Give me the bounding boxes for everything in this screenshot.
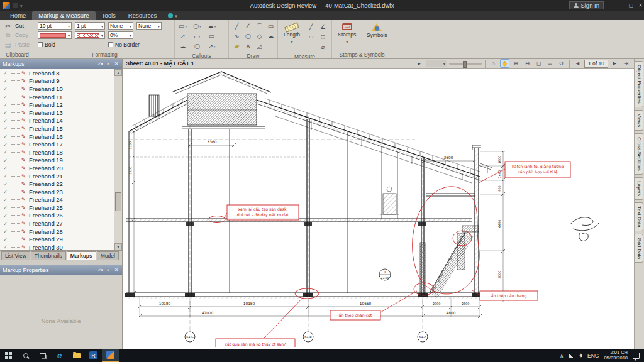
search-button[interactable] [17,349,34,362]
length-button[interactable]: Length [280,21,303,45]
maximize-button[interactable] [629,3,634,8]
highlighter-button[interactable] [231,41,242,51]
minimize-button[interactable] [619,3,624,8]
orbit-icon[interactable] [557,59,566,68]
markup-filter-icon[interactable] [97,60,103,67]
fit-view-icon[interactable] [534,59,543,68]
markup-annotation-catqua[interactable]: cắt qua sàn mà ko thấy ct sản? [216,339,295,347]
list-item[interactable]: Freehand 10 [0,85,114,93]
check-icon[interactable] [3,228,10,234]
zoom-out-icon[interactable] [523,59,532,68]
home-view-icon[interactable] [489,59,498,68]
check-icon[interactable] [3,78,10,84]
tab-cross-sections[interactable]: Cross Sections [635,133,643,175]
markup-annotation-chancot[interactable]: ẩn thép chân cột [330,310,380,320]
list-item[interactable]: Freehand 26 [0,212,114,220]
list-item[interactable]: Freehand 29 [0,235,114,243]
markup-annotation-cauthang[interactable]: ẩn thép cầu thang [480,291,538,300]
list-item[interactable]: Freehand 12 [0,101,114,109]
check-icon[interactable] [3,109,10,116]
ribbon-collapse-caret-icon[interactable] [175,12,177,19]
list-item[interactable]: Freehand 22 [0,180,114,188]
draw-polygon-button[interactable] [254,31,265,41]
draw-line-button[interactable] [231,21,242,31]
check-icon[interactable] [3,118,10,124]
check-icon[interactable] [3,165,10,171]
rect-callout-button[interactable] [177,21,188,31]
check-icon[interactable] [3,157,10,163]
scroll-down-icon[interactable] [114,243,122,250]
check-icon[interactable] [3,125,10,131]
tab-views[interactable]: Views [635,110,643,131]
cloud-callout-button[interactable] [206,21,217,31]
design-review-taskbar-button[interactable] [102,349,119,362]
tray-expand-icon[interactable] [560,353,564,359]
check-icon[interactable] [3,204,10,211]
clock[interactable]: 2:01 CH 05/03/2018 [604,350,628,361]
check-icon[interactable] [3,244,10,250]
quick-access-button[interactable] [13,3,18,8]
task-view-button[interactable] [34,349,51,362]
start-button[interactable] [0,349,17,362]
opacity-select[interactable]: 0% [108,31,133,39]
list-item[interactable]: Freehand 27 [0,219,114,228]
tab-tools[interactable]: Tools [96,11,122,20]
list-item[interactable]: Freehand 21 [0,172,114,180]
check-icon[interactable] [3,189,10,195]
list-item[interactable]: Freehand 28 [0,228,114,236]
close-icon[interactable] [113,266,119,273]
check-icon[interactable] [3,197,10,203]
check-icon[interactable] [3,70,10,76]
markup-list-scrollbar[interactable] [114,69,122,250]
measure-area-button[interactable] [306,32,316,41]
leader-callout-button[interactable] [206,41,217,51]
cut-button[interactable]: Cut [3,21,32,30]
pin-icon[interactable] [105,60,111,67]
fill-select[interactable]: None [108,22,133,30]
box-callout-button[interactable] [206,31,217,41]
check-icon[interactable] [3,236,10,243]
view-select[interactable] [426,60,447,67]
list-item[interactable]: Freehand 30 [0,243,114,250]
tab-layers[interactable]: Layers [635,177,643,200]
zoom-slider[interactable] [449,63,482,65]
check-icon[interactable] [3,212,10,219]
font-size-select[interactable]: 10 pt [38,22,72,30]
close-icon[interactable] [113,60,119,67]
list-item[interactable]: Freehand 15 [0,124,114,133]
no-border-checkbox[interactable]: No Border [108,41,162,48]
check-icon[interactable] [3,149,10,155]
tab-resources[interactable]: Resources [122,11,163,20]
measure-radius-button[interactable] [318,42,328,52]
erase-button[interactable] [254,41,265,51]
draw-ellipse-button[interactable] [243,31,253,41]
close-button[interactable] [638,3,643,8]
draw-freehand-button[interactable] [231,31,242,41]
line-callout-button[interactable] [192,31,203,41]
list-item[interactable]: Freehand 9 [0,77,114,85]
ellipse-callout-button[interactable] [192,41,203,51]
quick-access-caret-icon[interactable] [20,2,23,9]
bold-checkbox[interactable]: Bold [38,41,105,48]
check-icon[interactable] [3,221,10,227]
draw-rectangle-button[interactable] [265,21,276,31]
draw-cloud-button[interactable] [265,31,276,41]
communication-center-icon[interactable] [168,13,173,18]
pan-tool-icon[interactable] [500,59,509,68]
symbols-button[interactable]: Symbols [365,20,390,51]
draw-arc-button[interactable] [254,21,265,31]
tab-text-data[interactable]: Text Data [635,202,643,231]
zoom-in-icon[interactable] [511,59,521,68]
list-item[interactable]: Freehand 17 [0,140,114,148]
check-icon[interactable] [3,94,10,100]
check-icon[interactable] [3,85,10,92]
check-icon[interactable] [3,102,10,108]
list-item[interactable]: Freehand 14 [0,117,114,125]
circle-callout-button[interactable] [192,21,203,31]
measure-angle-button[interactable] [318,22,328,31]
list-item[interactable]: Freehand 20 [0,164,114,172]
list-item[interactable]: Freehand 13 [0,109,114,117]
tab-thumbnails[interactable]: Thumbnails [31,251,66,260]
speaker-icon[interactable] [579,354,582,358]
revision-cloud-button[interactable] [177,41,188,51]
